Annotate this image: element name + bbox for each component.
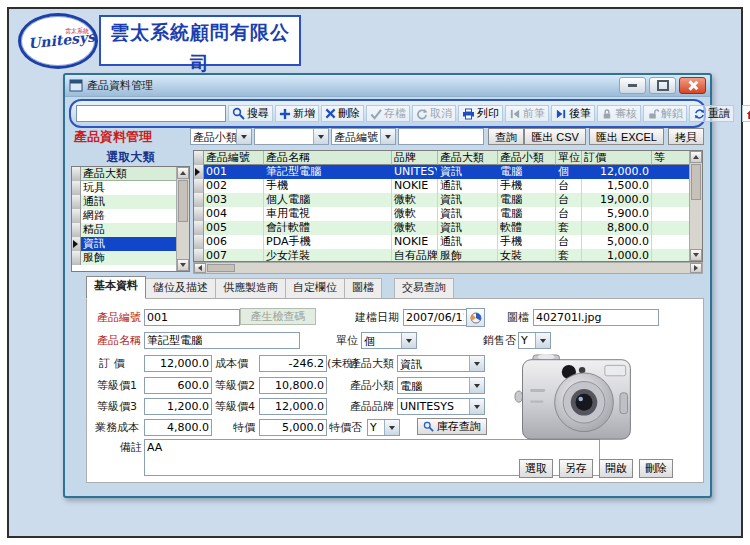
product-code-input[interactable] — [144, 309, 240, 326]
grade-price3-input[interactable] — [144, 398, 212, 415]
scroll-right-icon[interactable] — [690, 263, 702, 273]
export-excel-button[interactable]: 匯出 EXCEL — [589, 128, 664, 145]
scroll-down-icon[interactable] — [690, 249, 702, 261]
scroll-left-icon[interactable] — [194, 263, 206, 273]
toolbar-button-home[interactable]: 首頁 — [742, 105, 750, 122]
query-value-combo[interactable] — [254, 128, 329, 145]
table-row[interactable]: 001筆記型電腦UNITESYS資訊電腦個12,000.0 — [194, 165, 702, 179]
search-input[interactable] — [76, 105, 226, 122]
chevron-down-icon[interactable] — [401, 333, 416, 348]
chevron-down-icon[interactable] — [236, 129, 251, 144]
window-icon — [69, 79, 83, 92]
special-flag-combo[interactable]: Y — [367, 419, 400, 436]
category-item[interactable]: 精品 — [72, 223, 177, 237]
unit-combo[interactable]: 個 — [361, 332, 417, 349]
category-item-label: 精品 — [81, 223, 177, 237]
chevron-down-icon[interactable] — [469, 356, 484, 371]
create-date-input[interactable] — [403, 309, 467, 326]
category-item[interactable]: 通訊 — [72, 195, 177, 209]
toolbar-button-label: 前筆 — [523, 106, 545, 121]
scroll-up-icon[interactable] — [177, 167, 189, 179]
chevron-down-icon[interactable] — [313, 129, 328, 144]
brand-combo[interactable]: UNITESYS — [397, 398, 485, 415]
sales-cost-input[interactable] — [144, 419, 212, 436]
photo-saveas-button[interactable]: 另存 — [559, 459, 593, 478]
chevron-down-icon[interactable] — [535, 333, 550, 348]
grade-price2-input[interactable] — [259, 377, 327, 394]
tab-1[interactable]: 基本資料 — [86, 276, 146, 299]
sellable-combo[interactable]: Y — [518, 332, 551, 349]
category-item[interactable]: 玩具 — [72, 181, 177, 195]
grid-hscrollbar[interactable] — [193, 262, 703, 274]
photo-delete-button[interactable]: 刪除 — [639, 459, 673, 478]
row-marker — [72, 209, 81, 223]
scroll-down-icon[interactable] — [177, 259, 189, 271]
chevron-down-icon[interactable] — [469, 378, 484, 393]
copy-button[interactable]: 拷貝 — [668, 128, 704, 145]
scrollbar-thumb[interactable] — [207, 264, 235, 272]
table-cell: 001 — [204, 165, 264, 179]
chevron-down-icon[interactable] — [384, 420, 399, 435]
maximize-icon — [657, 80, 669, 91]
row-marker — [72, 181, 81, 195]
toolbar-button-print[interactable]: 列印 — [458, 105, 503, 122]
scroll-up-icon[interactable] — [690, 151, 702, 163]
tab-4[interactable]: 自定欄位 — [286, 278, 345, 299]
minimize-button[interactable] — [619, 77, 646, 94]
calendar-icon[interactable] — [466, 308, 485, 327]
unlock-icon — [647, 108, 659, 120]
query-keyword-input[interactable] — [398, 128, 484, 145]
toolbar-button-label: 取消 — [430, 106, 452, 121]
grade-price4-input[interactable] — [259, 398, 327, 415]
table-row[interactable]: 005會計軟體微軟資訊軟體套8,800.0 — [194, 221, 702, 235]
list-price-input[interactable] — [144, 355, 212, 372]
category-combo[interactable]: 資訊 — [397, 355, 485, 372]
image-file-input[interactable] — [533, 309, 659, 326]
photo-open-button[interactable]: 開啟 — [599, 459, 633, 478]
table-cell: 車用電視 — [264, 207, 392, 221]
stock-query-button[interactable]: 庫存查詢 — [417, 418, 487, 435]
toolbar-button-add[interactable]: 新增 — [275, 105, 319, 122]
cost-price-input[interactable] — [259, 355, 327, 372]
table-cell: 少女洋裝 — [264, 249, 392, 262]
close-button[interactable] — [679, 77, 706, 94]
product-photo — [514, 351, 637, 446]
maximize-button[interactable] — [649, 77, 676, 94]
chevron-down-icon[interactable] — [469, 399, 484, 414]
category-item[interactable]: 網路 — [72, 209, 177, 223]
query-button[interactable]: 查詢 — [488, 128, 524, 145]
table-row[interactable]: 006PDA手機NOKIE通訊手機台5,000.0 — [194, 235, 702, 249]
tab-3[interactable]: 供應製造商 — [216, 278, 286, 299]
table-row[interactable]: 002手機NOKIE通訊手機台1,500.0 — [194, 179, 702, 193]
tab-6[interactable]: 交易查詢 — [394, 278, 454, 299]
list-price-label: 訂 價 — [99, 356, 125, 371]
toolbar-button-delete[interactable]: 刪除 — [321, 105, 364, 122]
category-item[interactable]: 資訊 — [72, 237, 177, 251]
query-field2-combo[interactable]: 產品編號 — [331, 128, 396, 145]
product-name-input[interactable] — [144, 332, 300, 349]
table-row[interactable]: 003個人電腦微軟資訊電腦台19,000.0 — [194, 193, 702, 207]
chevron-down-icon[interactable] — [380, 129, 395, 144]
toolbar-button-next[interactable]: 後筆 — [551, 105, 595, 122]
query-field1-combo[interactable]: 產品小類 — [190, 128, 252, 145]
tab-5[interactable]: 圖檔 — [345, 278, 382, 299]
table-cell: UNITESYS — [392, 165, 438, 179]
photo-select-button[interactable]: 選取 — [519, 459, 553, 478]
special-price-input[interactable] — [259, 419, 327, 436]
tab-2[interactable]: 儲位及描述 — [146, 278, 216, 299]
query-bar: 產品資料管理 產品小類 產品編號 查詢 匯出 CSV 匯出 EXCEL — [69, 126, 706, 147]
scrollbar-thumb[interactable] — [691, 164, 701, 200]
table-cell: 微軟 — [392, 221, 438, 235]
category-scrollbar[interactable] — [176, 167, 189, 271]
category-item[interactable]: 服飾 — [72, 251, 177, 265]
grid-vscrollbar[interactable] — [689, 151, 702, 261]
subcategory-combo[interactable]: 電腦 — [397, 377, 485, 394]
scrollbar-thumb[interactable] — [178, 180, 188, 222]
toolbar-button-search[interactable]: 搜尋 — [228, 105, 273, 122]
table-row[interactable]: 004車用電視微軟資訊電腦台5,900.0 — [194, 207, 702, 221]
grade-price1-input[interactable] — [144, 377, 212, 394]
export-csv-button[interactable]: 匯出 CSV — [524, 128, 586, 145]
table-row[interactable]: 007少女洋裝自有品牌服飾女裝套1,000.0 — [194, 249, 702, 262]
toolbar-button-reload[interactable]: 重讀 — [689, 105, 734, 122]
titlebar[interactable]: 產品資料管理 — [65, 75, 710, 97]
